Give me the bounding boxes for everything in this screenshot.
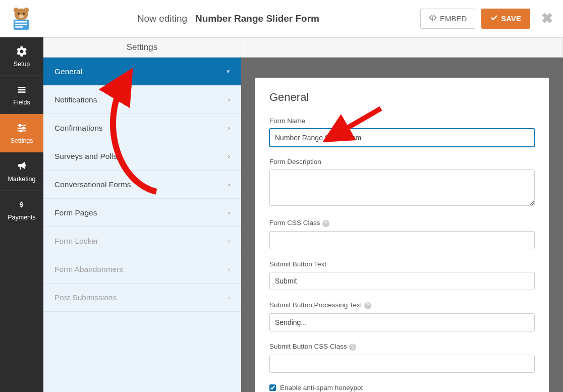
check-icon bbox=[490, 14, 498, 23]
svg-rect-7 bbox=[15, 21, 27, 23]
settings-item-form-abandonment[interactable]: Form Abandonment › bbox=[43, 255, 241, 284]
embed-button[interactable]: EMBED bbox=[420, 9, 475, 29]
field-form-name: Form Name bbox=[269, 117, 535, 147]
svg-rect-12 bbox=[18, 89, 26, 90]
chevron-right-icon: › bbox=[228, 294, 230, 301]
chevron-right-icon: › bbox=[228, 237, 230, 245]
settings-item-surveys-polls[interactable]: Surveys and Polls › bbox=[43, 142, 241, 171]
chevron-right-icon: › bbox=[228, 124, 230, 132]
form-name-input[interactable] bbox=[269, 129, 535, 147]
honeypot-label: Enable anti-spam honeypot bbox=[280, 384, 363, 391]
field-css-class: Form CSS Class? bbox=[269, 219, 535, 249]
chevron-right-icon: › bbox=[228, 96, 230, 103]
svg-rect-13 bbox=[18, 91, 26, 93]
sidebar-item-label: Setup bbox=[14, 61, 30, 68]
app-logo bbox=[6, 4, 36, 34]
submit-text-input[interactable] bbox=[269, 272, 535, 290]
honeypot-checkbox-row: Enable anti-spam honeypot bbox=[269, 384, 535, 391]
preview-scroll[interactable]: General Form Name Form Description Form … bbox=[241, 58, 563, 392]
title-area: Now editing Number Range Slider Form bbox=[36, 13, 420, 24]
sidebar-item-label: Settings bbox=[10, 137, 33, 144]
main-area: Setup Fields Settings Marketing Payments bbox=[0, 37, 563, 392]
submit-proc-label: Submit Button Processing Text? bbox=[269, 301, 535, 309]
help-icon[interactable]: ? bbox=[364, 302, 371, 309]
field-submit-processing: Submit Button Processing Text? bbox=[269, 301, 535, 331]
chevron-right-icon: › bbox=[228, 152, 230, 160]
help-icon[interactable]: ? bbox=[322, 220, 329, 227]
sidebar-item-label: Marketing bbox=[8, 176, 36, 183]
list-icon bbox=[16, 84, 28, 96]
settings-item-form-pages[interactable]: Form Pages › bbox=[43, 199, 241, 227]
chevron-right-icon: › bbox=[228, 181, 230, 188]
top-bar: Now editing Number Range Slider Form EMB… bbox=[0, 0, 563, 37]
settings-header: Settings bbox=[43, 37, 241, 58]
settings-item-label: Post Submissions bbox=[54, 293, 117, 302]
preview-header-strip bbox=[241, 37, 563, 58]
settings-item-post-submissions[interactable]: Post Submissions › bbox=[43, 284, 241, 312]
svg-point-3 bbox=[18, 13, 20, 15]
sidebar-item-setup[interactable]: Setup bbox=[0, 37, 43, 76]
sidebar-item-settings[interactable]: Settings bbox=[0, 114, 43, 152]
code-icon bbox=[429, 14, 437, 23]
settings-item-label: General bbox=[54, 67, 82, 76]
svg-point-1 bbox=[14, 8, 19, 13]
submit-text-label: Submit Button Text bbox=[269, 260, 535, 268]
settings-column: Settings General ▾ Notifications › Confi… bbox=[43, 37, 241, 392]
honeypot-checkbox[interactable] bbox=[269, 384, 276, 391]
svg-point-2 bbox=[24, 8, 29, 13]
sidebar-item-marketing[interactable]: Marketing bbox=[0, 152, 43, 191]
svg-rect-9 bbox=[15, 26, 23, 28]
svg-rect-8 bbox=[15, 24, 27, 25]
submit-css-input[interactable] bbox=[269, 355, 535, 373]
field-submit-css: Submit Button CSS Class? bbox=[269, 343, 535, 373]
sidebar-item-label: Payments bbox=[8, 214, 36, 221]
svg-point-19 bbox=[20, 130, 22, 132]
panel-heading: General bbox=[269, 91, 535, 104]
settings-item-conversational[interactable]: Conversational Forms › bbox=[43, 171, 241, 199]
sidebar-item-fields[interactable]: Fields bbox=[0, 76, 43, 114]
primary-sidebar: Setup Fields Settings Marketing Payments bbox=[0, 37, 43, 392]
dollar-icon bbox=[16, 199, 28, 211]
css-class-label: Form CSS Class? bbox=[269, 219, 535, 227]
settings-item-notifications[interactable]: Notifications › bbox=[43, 86, 241, 114]
chevron-down-icon: ▾ bbox=[227, 68, 230, 75]
gear-icon bbox=[16, 45, 28, 58]
save-button[interactable]: SAVE bbox=[481, 9, 530, 29]
help-icon[interactable]: ? bbox=[349, 344, 356, 351]
chevron-right-icon: › bbox=[228, 265, 230, 273]
submit-proc-input[interactable] bbox=[269, 313, 535, 331]
form-desc-label: Form Description bbox=[269, 158, 535, 165]
preview-column: General Form Name Form Description Form … bbox=[241, 37, 563, 392]
submit-css-label: Submit Button CSS Class? bbox=[269, 343, 535, 351]
svg-line-10 bbox=[432, 15, 433, 21]
svg-point-4 bbox=[23, 13, 25, 15]
sidebar-item-payments[interactable]: Payments bbox=[0, 191, 43, 229]
svg-point-18 bbox=[23, 127, 25, 129]
sidebar-item-label: Fields bbox=[13, 99, 30, 106]
sliders-icon bbox=[16, 122, 28, 134]
svg-rect-11 bbox=[18, 87, 26, 88]
form-name-label: Form Name bbox=[269, 117, 535, 125]
settings-item-form-locker[interactable]: Form Locker › bbox=[43, 227, 241, 255]
svg-point-17 bbox=[19, 124, 21, 126]
bullhorn-icon bbox=[16, 160, 28, 173]
save-label: SAVE bbox=[501, 14, 521, 23]
settings-item-label: Form Abandonment bbox=[54, 265, 123, 274]
settings-item-label: Notifications bbox=[54, 95, 97, 104]
settings-item-label: Form Pages bbox=[54, 208, 97, 217]
settings-item-general[interactable]: General ▾ bbox=[43, 58, 241, 86]
form-desc-textarea[interactable] bbox=[269, 170, 535, 206]
settings-item-confirmations[interactable]: Confirmations › bbox=[43, 114, 241, 142]
css-class-input[interactable] bbox=[269, 231, 535, 249]
embed-label: EMBED bbox=[440, 14, 467, 23]
general-panel: General Form Name Form Description Form … bbox=[255, 78, 549, 392]
svg-point-5 bbox=[19, 15, 24, 18]
settings-item-label: Conversational Forms bbox=[54, 180, 131, 189]
form-name-title: Number Range Slider Form bbox=[195, 13, 319, 24]
close-icon[interactable]: ✖ bbox=[541, 10, 553, 27]
editing-prefix: Now editing bbox=[137, 13, 187, 24]
settings-list: General ▾ Notifications › Confirmations … bbox=[43, 58, 241, 392]
settings-item-label: Confirmations bbox=[54, 124, 103, 133]
settings-item-label: Form Locker bbox=[54, 237, 98, 246]
field-form-description: Form Description bbox=[269, 158, 535, 208]
